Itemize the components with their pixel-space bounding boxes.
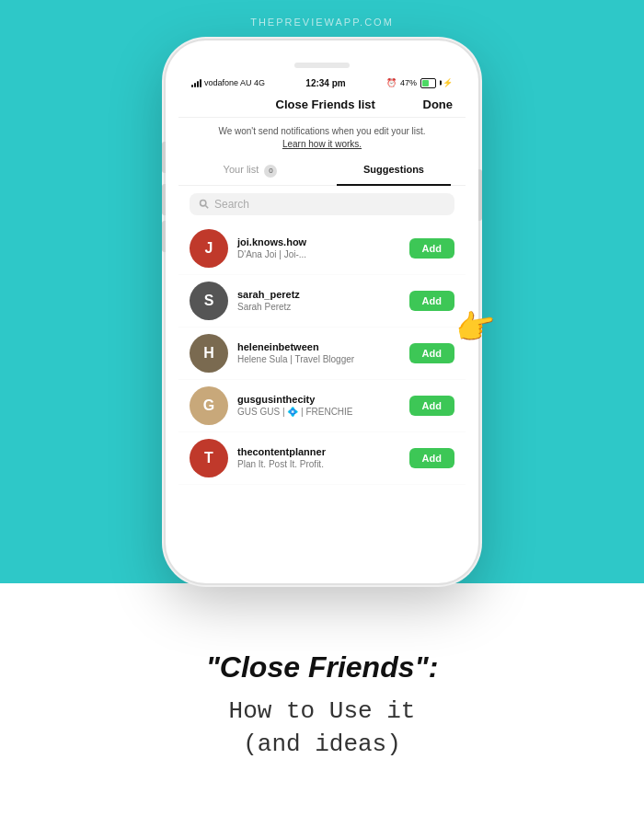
carrier-info: vodafone AU 4G bbox=[191, 78, 265, 87]
battery-fill bbox=[422, 80, 429, 86]
notice-text: We won't send notifications when you edi… bbox=[218, 126, 425, 136]
user-item: GgusgusinthecityGUS GUS | 💠 | FRENCHIEAd… bbox=[178, 380, 466, 432]
search-bar: Search bbox=[178, 186, 466, 223]
user-info: heleneinbetweenHelene Sula | Travel Blog… bbox=[237, 340, 400, 365]
user-item: Ssarah_peretzSarah PeretzAdd bbox=[178, 275, 466, 328]
add-button[interactable]: Add bbox=[409, 396, 454, 416]
svg-line-1 bbox=[205, 205, 208, 208]
status-bar: vodafone AU 4G 12:34 pm ⏰ 47% ⚡ bbox=[178, 74, 466, 92]
user-handle: sarah_peretz bbox=[237, 288, 400, 301]
bottom-title: "Close Friends": bbox=[206, 650, 439, 684]
avatar: T bbox=[190, 439, 228, 477]
add-button[interactable]: Add bbox=[409, 291, 454, 311]
user-handle: joi.knows.how bbox=[237, 236, 400, 248]
svg-point-0 bbox=[201, 201, 206, 206]
battery-icon bbox=[420, 78, 439, 88]
search-input-container[interactable]: Search bbox=[190, 193, 454, 215]
charging-icon: ⚡ bbox=[443, 78, 453, 87]
watermark-text: THEPREVIEWAPP.COM bbox=[250, 17, 394, 28]
subtitle-line1-text: How to Use it bbox=[229, 697, 416, 725]
phone-screen: vodafone AU 4G 12:34 pm ⏰ 47% ⚡ Close Fr… bbox=[178, 53, 466, 570]
avatar: S bbox=[190, 282, 228, 320]
carrier-text: vodafone AU 4G bbox=[204, 78, 265, 87]
phone-mockup: vodafone AU 4G 12:34 pm ⏰ 47% ⚡ Close Fr… bbox=[166, 40, 478, 583]
add-button[interactable]: Add bbox=[409, 238, 454, 259]
user-item: Jjoi.knows.howD'Ana Joi | Joi-...Add bbox=[178, 223, 466, 275]
user-display-name: Plan It. Post It. Profit. bbox=[237, 458, 400, 470]
user-display-name: Helene Sula | Travel Blogger bbox=[237, 353, 400, 365]
user-info: sarah_peretzSarah Peretz bbox=[237, 288, 400, 313]
tab-your-list-badge: 0 bbox=[264, 165, 277, 178]
avatar: G bbox=[190, 386, 228, 425]
user-info: thecontentplannerPlan It. Post It. Profi… bbox=[237, 445, 400, 470]
bottom-subtitle-line1: How to Use it (and ideas) bbox=[229, 695, 416, 762]
hand-pointer-emoji: 👉 bbox=[453, 304, 500, 349]
user-handle: gusgusinthecity bbox=[237, 393, 400, 406]
user-handle: heleneinbetween bbox=[237, 340, 400, 353]
done-button[interactable]: Done bbox=[423, 98, 454, 111]
page-title: Close Friends list bbox=[276, 98, 375, 111]
tab-your-list-label: Your list bbox=[224, 164, 259, 175]
status-right: ⏰ 47% ⚡ bbox=[386, 78, 453, 88]
avatar: J bbox=[190, 229, 228, 268]
user-handle: thecontentplanner bbox=[237, 445, 400, 458]
user-display-name: Sarah Peretz bbox=[237, 301, 400, 313]
search-icon bbox=[199, 199, 209, 209]
add-button[interactable]: Add bbox=[409, 448, 454, 468]
search-placeholder: Search bbox=[214, 198, 249, 211]
phone-notch bbox=[178, 53, 466, 74]
user-info: gusgusinthecityGUS GUS | 💠 | FRENCHIE bbox=[237, 393, 400, 418]
subtitle-line2-text: (and ideas) bbox=[243, 730, 401, 758]
battery-tip bbox=[440, 81, 442, 86]
battery-body bbox=[420, 78, 436, 88]
tab-suggestions-label: Suggestions bbox=[363, 164, 424, 175]
user-display-name: GUS GUS | 💠 | FRENCHIE bbox=[237, 406, 400, 418]
add-button[interactable]: Add bbox=[409, 343, 454, 363]
user-info: joi.knows.howD'Ana Joi | Joi-... bbox=[237, 236, 400, 260]
signal-icon bbox=[191, 78, 201, 87]
time-display: 12:34 pm bbox=[305, 78, 345, 88]
tabs-container: Your list 0 Suggestions bbox=[178, 156, 466, 186]
battery-percent: 47% bbox=[400, 78, 417, 87]
tab-your-list[interactable]: Your list 0 bbox=[178, 156, 322, 185]
user-item: HheleneinbetweenHelene Sula | Travel Blo… bbox=[178, 328, 466, 380]
alarm-icon: ⏰ bbox=[386, 78, 397, 87]
user-display-name: D'Ana Joi | Joi-... bbox=[237, 248, 400, 260]
tab-suggestions[interactable]: Suggestions bbox=[322, 156, 466, 185]
bottom-section: "Close Friends": How to Use it (and idea… bbox=[0, 583, 644, 828]
learn-how-link[interactable]: Learn how it works. bbox=[282, 139, 362, 149]
app-header: Close Friends list Done bbox=[178, 92, 466, 118]
user-item: TthecontentplannerPlan It. Post It. Prof… bbox=[178, 432, 466, 485]
avatar: H bbox=[190, 334, 228, 373]
user-list: Jjoi.knows.howD'Ana Joi | Joi-...AddSsar… bbox=[178, 223, 466, 485]
notch-bar bbox=[294, 63, 350, 68]
notice-area: We won't send notifications when you edi… bbox=[178, 118, 466, 156]
